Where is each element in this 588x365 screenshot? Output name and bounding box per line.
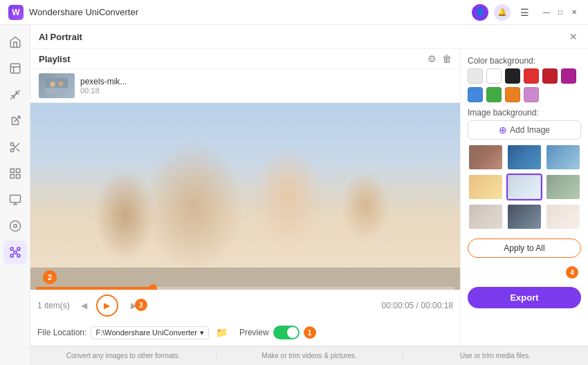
svg-rect-0 bbox=[10, 64, 20, 73]
img-thumb-5[interactable] bbox=[506, 174, 542, 200]
sidebar-item-ai[interactable] bbox=[3, 241, 27, 264]
svg-rect-12 bbox=[10, 169, 14, 172]
close-button[interactable]: ✕ bbox=[569, 7, 580, 18]
time-display: 00:00:05 / 00:00:18 bbox=[146, 301, 453, 310]
color-swatch-blue[interactable] bbox=[468, 87, 483, 102]
export-button[interactable]: Export bbox=[468, 287, 581, 308]
sidebar-item-merge[interactable] bbox=[3, 162, 27, 185]
sidebar-item-home[interactable] bbox=[3, 30, 27, 54]
hamburger-icon[interactable]: ☰ bbox=[516, 4, 533, 21]
image-bg-label: Image background: bbox=[468, 108, 581, 118]
svg-point-27 bbox=[50, 82, 55, 87]
svg-rect-21 bbox=[10, 247, 13, 250]
svg-line-11 bbox=[13, 145, 15, 147]
video-image bbox=[30, 103, 460, 290]
svg-rect-25 bbox=[14, 251, 17, 254]
video-controls-overlay: 2 bbox=[30, 268, 460, 290]
svg-point-7 bbox=[10, 142, 14, 146]
app-logo: W bbox=[8, 5, 24, 20]
sidebar-item-edit[interactable] bbox=[3, 109, 27, 133]
sidebar-item-compress[interactable] bbox=[3, 83, 27, 106]
prev-button[interactable]: ◀ bbox=[77, 298, 92, 313]
panel-close-button[interactable]: ✕ bbox=[567, 30, 580, 43]
color-swatch-purplered[interactable] bbox=[561, 68, 576, 84]
play-icon: ▶ bbox=[104, 301, 110, 310]
playlist-settings-icon[interactable]: ⚙ bbox=[428, 53, 437, 64]
img-thumb-6[interactable] bbox=[545, 174, 581, 200]
info-strip-3: Use or trim media files. bbox=[403, 352, 588, 359]
preview-label: Preview bbox=[239, 328, 269, 337]
svg-point-20 bbox=[13, 225, 17, 228]
sidebar-item-record[interactable] bbox=[3, 214, 27, 238]
file-location-row: File Location: F:\Wondershare UniConvert… bbox=[30, 321, 460, 346]
svg-rect-29 bbox=[46, 88, 68, 93]
playlist-delete-icon[interactable]: 🗑 bbox=[442, 53, 452, 64]
play-button[interactable]: ▶ bbox=[96, 294, 118, 317]
info-text-3: Use or trim media files. bbox=[460, 352, 531, 359]
apply-to-all-button[interactable]: Apply to All bbox=[468, 238, 581, 258]
img-thumb-3[interactable] bbox=[545, 144, 581, 171]
progress-fill bbox=[36, 287, 153, 290]
color-bg-section: Color background: bbox=[468, 56, 581, 102]
minimize-button[interactable]: — bbox=[541, 7, 552, 18]
add-image-label: Add Image bbox=[510, 125, 550, 135]
progress-bar[interactable] bbox=[36, 287, 454, 290]
color-grid bbox=[468, 68, 581, 102]
folder-button[interactable]: 📁 bbox=[213, 324, 231, 341]
image-grid bbox=[468, 144, 581, 230]
color-swatch-white[interactable] bbox=[486, 68, 502, 84]
file-location-label: File Location: bbox=[37, 328, 86, 337]
progress-thumb bbox=[149, 284, 157, 290]
img-thumb-7[interactable] bbox=[468, 203, 504, 230]
img-thumb-8[interactable] bbox=[506, 203, 542, 230]
svg-line-4 bbox=[10, 94, 16, 100]
preview-toggle[interactable] bbox=[273, 326, 300, 339]
toggle-thumb bbox=[287, 327, 298, 338]
sidebar-item-convert[interactable] bbox=[3, 57, 27, 80]
img-thumb-2[interactable] bbox=[506, 144, 542, 171]
app-title: Wondershare UniConverter bbox=[29, 7, 472, 17]
color-swatch-red[interactable] bbox=[524, 68, 539, 84]
img-thumb-7-inner bbox=[469, 205, 502, 229]
color-swatch-orange[interactable] bbox=[505, 87, 520, 102]
image-bg-section: Image background: ⊕ Add Image bbox=[468, 108, 581, 230]
step2-badge: 2 bbox=[43, 270, 57, 284]
maximize-button[interactable]: □ bbox=[555, 7, 566, 18]
color-swatch-lightgray[interactable] bbox=[468, 68, 483, 84]
color-swatch-black[interactable] bbox=[505, 68, 520, 84]
thumbnail-image bbox=[39, 73, 75, 98]
step1-badge: 1 bbox=[304, 326, 316, 339]
img-thumb-9[interactable] bbox=[545, 203, 581, 230]
items-count: 1 item(s) bbox=[37, 301, 70, 310]
title-bar-icons: 👤 🔔 ☰ bbox=[472, 4, 533, 21]
dropdown-chevron-icon: ▾ bbox=[200, 328, 204, 337]
panel-header: AI Portrait ✕ bbox=[30, 25, 588, 49]
color-swatch-green[interactable] bbox=[486, 87, 502, 102]
img-thumb-4-inner bbox=[469, 175, 502, 199]
add-image-button[interactable]: ⊕ Add Image bbox=[468, 120, 581, 140]
info-text-2: Make or trim videos & pictures. bbox=[261, 352, 356, 359]
playlist-header: Playlist ⚙ 🗑 bbox=[30, 49, 460, 69]
sidebar-item-cut[interactable] bbox=[3, 135, 27, 159]
video-content bbox=[30, 103, 460, 290]
playlist-item-info: pexels-mik... 00:18 bbox=[80, 77, 452, 95]
file-location-select[interactable]: F:\Wondershare UniConverter ▾ bbox=[91, 326, 209, 339]
img-thumb-4[interactable] bbox=[468, 174, 504, 200]
svg-rect-15 bbox=[16, 175, 19, 178]
bell-icon[interactable]: 🔔 bbox=[494, 4, 511, 21]
color-swatch-darkred[interactable] bbox=[542, 68, 558, 84]
window-controls: — □ ✕ bbox=[541, 7, 580, 18]
svg-rect-22 bbox=[10, 254, 13, 257]
sidebar-item-screen[interactable] bbox=[3, 188, 27, 212]
color-swatch-lavender[interactable] bbox=[524, 87, 539, 102]
info-text-1: Convert any images to other formats. bbox=[66, 352, 181, 359]
user-icon[interactable]: 👤 bbox=[472, 4, 488, 21]
img-thumb-1[interactable] bbox=[468, 144, 504, 171]
playlist-item-duration: 00:18 bbox=[80, 86, 452, 95]
playlist-item[interactable]: pexels-mik... 00:18 bbox=[30, 69, 460, 103]
sidebar bbox=[0, 25, 30, 365]
video-preview: 2 bbox=[30, 103, 460, 290]
svg-rect-24 bbox=[17, 254, 20, 257]
svg-point-8 bbox=[10, 149, 14, 152]
info-strip-1: Convert any images to other formats. bbox=[30, 352, 217, 359]
